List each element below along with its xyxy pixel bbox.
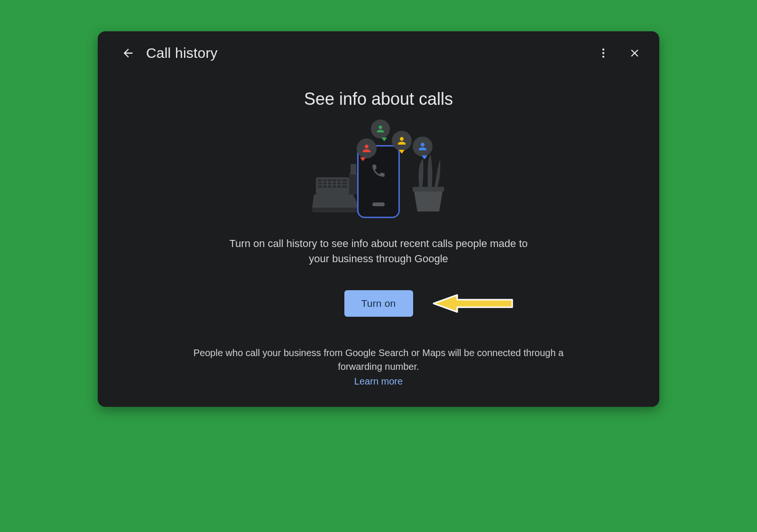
svg-point-1 [602,52,604,54]
call-history-panel: Call history See info about calls [98,31,659,407]
more-vert-icon [597,47,609,59]
person-bubble-yellow [392,131,412,151]
plant-icon [410,155,447,216]
arrow-left-icon [121,46,135,60]
svg-point-2 [602,55,604,57]
close-button[interactable] [623,42,646,64]
person-bubble-red [357,138,377,158]
svg-rect-14 [349,173,358,194]
topbar: Call history [98,31,659,75]
svg-marker-16 [414,189,443,211]
cta-row: Turn on [126,288,631,319]
back-button[interactable] [117,42,139,64]
headline: See info about calls [126,89,631,109]
person-bubble-blue [413,137,433,156]
content-area: See info about calls [98,75,659,388]
annotation-arrow-icon [431,289,516,318]
cash-register-icon [312,158,364,215]
svg-point-0 [602,48,604,50]
svg-rect-4 [318,179,347,188]
svg-rect-17 [413,187,444,192]
learn-more-link[interactable]: Learn more [184,375,573,388]
more-options-button[interactable] [592,42,615,64]
svg-marker-12 [312,194,360,208]
svg-rect-15 [351,164,356,174]
illustration [307,118,450,227]
person-bubble-green [371,119,390,138]
description: Turn on call history to see info about r… [227,236,530,266]
footer-text: People who call your business from Googl… [194,348,563,372]
phone-handset-icon [370,163,387,179]
footer-note: People who call your business from Googl… [184,346,573,388]
page-title: Call history [146,45,583,61]
svg-rect-13 [312,208,360,212]
close-icon [628,47,641,59]
turn-on-button[interactable]: Turn on [344,290,413,317]
